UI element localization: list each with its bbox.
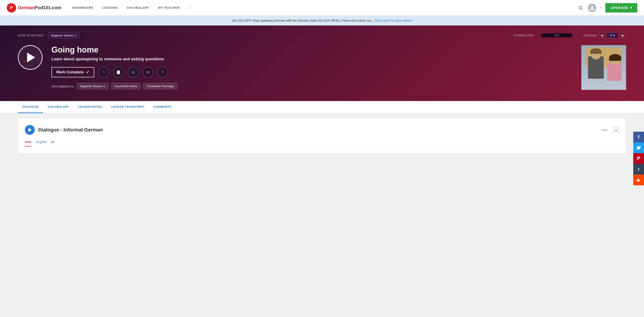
lesson-number-selector[interactable]: 2 ▾ bbox=[607, 32, 618, 38]
dialogue-card: Dialogue - Informal German Hide ▲ Main E… bbox=[18, 118, 626, 154]
tab-vocabulary[interactable]: VOCABULARY bbox=[43, 101, 74, 113]
header-right: ▾ UPGRADE ▾ bbox=[577, 3, 637, 12]
also-appears-section: Also Appears In: Beginner Season 1 Aroun… bbox=[52, 83, 572, 89]
studying-bar: NOW STUDYING Beginner Season 1 COMPLETED… bbox=[0, 32, 644, 38]
favorite-button[interactable]: ♡ bbox=[98, 67, 109, 78]
banner-link[interactable]: Click Here For More News! bbox=[374, 19, 412, 22]
tab-comments[interactable]: COMMENTS bbox=[149, 101, 176, 113]
dialogue-play-button[interactable] bbox=[25, 125, 35, 135]
logo-text: GermanPod101.com bbox=[18, 5, 61, 10]
hide-button[interactable]: Hide bbox=[602, 128, 608, 132]
header: P GermanPod101.com DASHBOARD LESSONS VOC… bbox=[0, 0, 644, 16]
dialogue-header: Dialogue - Informal German Hide ▲ bbox=[25, 125, 619, 135]
tabs-row: DIALOGUE VOCABULARY LESSON NOTES LESSON … bbox=[18, 101, 626, 113]
lesson-prev-button[interactable]: ◀ bbox=[598, 32, 605, 38]
nav-vocabulary[interactable]: VOCABULARY bbox=[127, 6, 149, 9]
lesson-label: LESSON bbox=[584, 34, 597, 37]
nav-more-icon[interactable]: ··· bbox=[189, 5, 192, 10]
lang-tab-all[interactable]: All bbox=[51, 140, 54, 146]
upgrade-button[interactable]: UPGRADE ▾ bbox=[605, 3, 637, 12]
upgrade-chevron-icon: ▾ bbox=[630, 6, 632, 10]
share-icon: ⤴ bbox=[162, 70, 164, 75]
hero-content: Going home Learn about apologizing to so… bbox=[0, 45, 644, 90]
mark-complete-row: Mark Complete ✓ ♡ 📋 🗂 ⊙ ⤴ bbox=[52, 67, 572, 78]
search-button[interactable] bbox=[577, 4, 584, 11]
dialogue-title: Dialogue - Informal German bbox=[38, 127, 598, 133]
facebook-icon: f bbox=[638, 135, 640, 140]
notes-icon: 📋 bbox=[116, 70, 121, 75]
collapse-button[interactable]: ▲ bbox=[613, 127, 619, 133]
tabs-section: DIALOGUE VOCABULARY LESSON NOTES LESSON … bbox=[0, 101, 644, 114]
twitter-share-button[interactable] bbox=[633, 142, 644, 153]
hero-section: NOW STUDYING Beginner Season 1 COMPLETED… bbox=[0, 25, 644, 101]
check-icon: ✓ bbox=[86, 70, 89, 75]
lesson-nav: LESSON ◀ 2 ▾ ▶ bbox=[584, 32, 626, 38]
flashcard-button[interactable]: 🗂 bbox=[128, 67, 138, 78]
social-sidebar: f P t bbox=[633, 132, 644, 158]
avatar[interactable] bbox=[588, 3, 596, 12]
nav-lessons[interactable]: LESSONS bbox=[102, 6, 118, 9]
pinterest-icon: P bbox=[637, 156, 640, 158]
tab-lesson-notes[interactable]: LESSON NOTES bbox=[74, 101, 107, 113]
progress-bar: 0/25 bbox=[541, 33, 572, 37]
download-button[interactable]: ⊙ bbox=[142, 67, 153, 78]
avatar-chevron-icon[interactable]: ▾ bbox=[600, 6, 602, 9]
now-studying-label: NOW STUDYING bbox=[18, 34, 44, 37]
download-icon: ⊙ bbox=[146, 70, 150, 75]
notes-button[interactable]: 📋 bbox=[113, 67, 124, 78]
content-section: Dialogue - Informal German Hide ▲ Main E… bbox=[0, 114, 644, 158]
logo-icon: P bbox=[7, 3, 16, 12]
main-play-button[interactable] bbox=[18, 45, 42, 70]
also-appears-label: Also Appears In: bbox=[52, 84, 74, 88]
lesson-thumbnail bbox=[581, 45, 626, 90]
season-badge[interactable]: Beginner Season 1 bbox=[48, 32, 80, 38]
collapse-icon: ▲ bbox=[614, 128, 618, 132]
promo-banner: Get 31% OFF! Start speaking German with … bbox=[0, 16, 644, 25]
logo-area[interactable]: P GermanPod101.com bbox=[7, 3, 61, 12]
pinterest-share-button[interactable]: P bbox=[633, 153, 644, 158]
share-button[interactable]: ⤴ bbox=[157, 67, 168, 78]
lesson-info: Going home Learn about apologizing to so… bbox=[52, 45, 572, 89]
dialogue-lang-tabs: Main English All bbox=[25, 140, 619, 147]
progress-text: 0/25 bbox=[554, 34, 559, 37]
lesson-subtitle: Learn about apologizing to someone and a… bbox=[52, 57, 572, 61]
thumbnail-image bbox=[581, 45, 626, 90]
heart-icon: ♡ bbox=[102, 70, 106, 75]
mark-complete-button[interactable]: Mark Complete ✓ bbox=[52, 67, 94, 77]
tab-lesson-transcript[interactable]: LESSON TRANSCRIPT bbox=[107, 101, 149, 113]
lang-tab-english[interactable]: English bbox=[36, 140, 46, 146]
lesson-dropdown-icon: ▾ bbox=[613, 33, 615, 37]
tag-beginner-season[interactable]: Beginner Season 1 bbox=[77, 83, 108, 89]
facebook-share-button[interactable]: f bbox=[633, 132, 644, 142]
tag-throwback-thursday[interactable]: Throwback Thursday bbox=[143, 83, 177, 89]
completed-label: COMPLETED bbox=[514, 34, 534, 37]
nav-dashboard[interactable]: DASHBOARD bbox=[72, 6, 93, 9]
svg-line-3 bbox=[581, 8, 582, 9]
dialogue-play-icon bbox=[28, 128, 32, 132]
lesson-next-button[interactable]: ▶ bbox=[620, 32, 626, 38]
lang-tab-main[interactable]: Main bbox=[25, 140, 32, 146]
flashcard-icon: 🗂 bbox=[131, 70, 135, 75]
twitter-icon bbox=[636, 145, 641, 150]
main-nav: DASHBOARD LESSONS VOCABULARY MY TEACHER … bbox=[72, 5, 577, 10]
lesson-title: Going home bbox=[52, 45, 572, 54]
play-triangle-icon bbox=[27, 52, 35, 62]
svg-text:P: P bbox=[10, 5, 13, 10]
nav-my-teacher[interactable]: MY TEACHER bbox=[158, 6, 180, 9]
tab-dialogue[interactable]: DIALOGUE bbox=[18, 101, 43, 113]
tag-around-home[interactable]: Around the Home bbox=[111, 83, 141, 89]
